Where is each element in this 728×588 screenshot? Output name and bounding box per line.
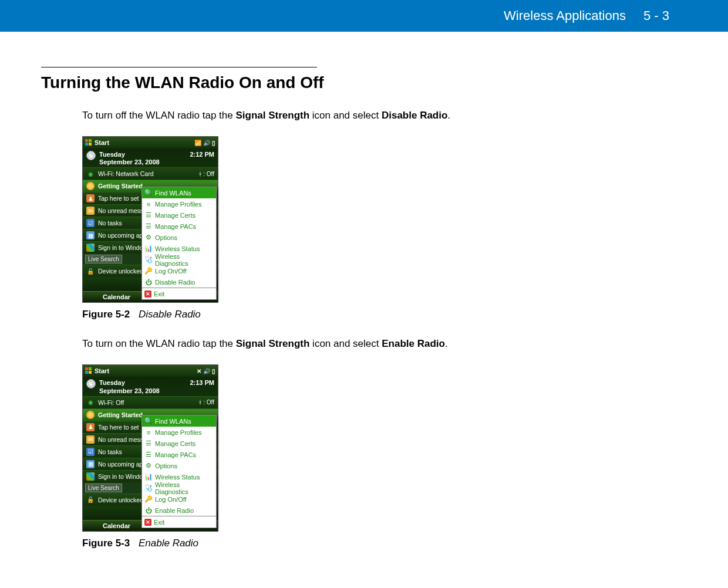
tasks-icon: ☑: [86, 448, 95, 456]
caption-figure-5-2: Figure 5-2 Disable Radio: [82, 309, 687, 320]
menu-manage-certs[interactable]: ☰Manage Certs: [142, 209, 216, 221]
getting-started-icon: [86, 411, 95, 419]
menu-find-wlans[interactable]: 🔍Find WLANs: [142, 415, 216, 427]
menu-manage-pacs[interactable]: ☰Manage PACs: [142, 449, 216, 460]
windows-live-icon: [86, 472, 95, 481]
menu-log-on-off[interactable]: 🔑Log On/Off: [142, 494, 216, 505]
figure-enable-radio-screenshot: Start ✕ 🔊 ▯ 🕑 Tuesday September 23, 2008…: [82, 364, 218, 531]
bluetooth-status: ᚼ : Off: [198, 171, 215, 177]
ppc-title-bar[interactable]: Start 📶 🔊 ▯: [83, 137, 218, 148]
mail-icon: ✉: [86, 435, 95, 444]
battery-icon[interactable]: ▯: [212, 140, 215, 146]
mail-icon: ✉: [86, 207, 95, 215]
wifi-status-row[interactable]: ◉ Wi-Fi: Off ᚼ : Off: [83, 396, 218, 408]
menu-manage-profiles[interactable]: ≡Manage Profiles: [142, 198, 216, 209]
instruction-turn-on: To turn on the WLAN radio tap the Signal…: [82, 338, 687, 350]
menu-enable-radio[interactable]: ⏻Enable Radio: [142, 505, 216, 516]
header-chapter-title: Wireless Applications: [504, 8, 626, 23]
wifi-icon: ◉: [86, 170, 95, 178]
softkey-calendar[interactable]: Calendar: [103, 522, 130, 529]
windows-live-icon: [86, 244, 95, 252]
calendar-icon: ▦: [86, 460, 95, 468]
today-time: 2:13 PM: [190, 379, 214, 386]
windows-flag-icon: [85, 367, 92, 374]
menu-options[interactable]: ⚙Options: [142, 460, 216, 471]
volume-icon[interactable]: 🔊: [203, 140, 210, 146]
clock-icon: 🕑: [86, 151, 96, 160]
wifi-status-row[interactable]: ◉ Wi-Fi: Network Card ᚼ : Off: [83, 167, 218, 180]
menu-manage-profiles[interactable]: ≡Manage Profiles: [142, 427, 216, 438]
menu-wireless-diagnostics[interactable]: 🩺Wireless Diagnostics: [142, 482, 216, 494]
calendar-icon: ▦: [86, 231, 95, 239]
volume-icon[interactable]: 🔊: [203, 368, 210, 374]
clock-icon: 🕑: [86, 379, 96, 388]
today-date: September 23, 2008: [99, 158, 190, 166]
signal-strength-icon[interactable]: 📶: [194, 140, 201, 146]
menu-manage-certs[interactable]: ☰Manage Certs: [142, 438, 216, 449]
signal-strength-icon[interactable]: ✕: [197, 368, 201, 374]
owner-icon: ♟: [86, 194, 95, 202]
menu-exit[interactable]: ✕Exit: [142, 516, 216, 528]
today-time: 2:12 PM: [190, 151, 214, 158]
header-page-number: 5 - 3: [643, 8, 669, 23]
ppc-today-row[interactable]: 🕑 Tuesday September 23, 2008 2:13 PM: [83, 377, 218, 396]
start-label: Start: [95, 367, 109, 374]
unlock-icon: 🔓: [86, 267, 95, 275]
ppc-today-row[interactable]: 🕑 Tuesday September 23, 2008 2:12 PM: [83, 148, 218, 167]
getting-started-icon: [86, 182, 95, 190]
page-header: Wireless Applications 5 - 3: [0, 0, 728, 32]
tasks-icon: ☑: [86, 219, 95, 227]
battery-icon[interactable]: ▯: [212, 368, 215, 374]
owner-icon: ♟: [86, 423, 95, 431]
ppc-title-bar[interactable]: Start ✕ 🔊 ▯: [83, 365, 218, 377]
instruction-turn-off: To turn off the WLAN radio tap the Signa…: [82, 110, 687, 121]
menu-log-on-off[interactable]: 🔑Log On/Off: [142, 265, 216, 276]
heading-rule: [41, 67, 317, 67]
caption-figure-5-3: Figure 5-3 Enable Radio: [82, 538, 687, 549]
menu-wireless-diagnostics[interactable]: 🩺Wireless Diagnostics: [142, 254, 216, 265]
wireless-context-menu: 🔍Find WLANs ≡Manage Profiles ☰Manage Cer…: [141, 187, 217, 300]
unlock-icon: 🔓: [86, 496, 95, 504]
title-bar-tray: 📶 🔊 ▯: [194, 140, 215, 146]
today-date: September 23, 2008: [99, 387, 190, 395]
menu-disable-radio[interactable]: ⏻Disable Radio: [142, 276, 216, 288]
section-heading: Turning the WLAN Radio On and Off: [41, 73, 687, 92]
wifi-icon: ◉: [86, 398, 95, 407]
figure-disable-radio-screenshot: Start 📶 🔊 ▯ 🕑 Tuesday September 23, 2008…: [82, 136, 218, 303]
menu-manage-pacs[interactable]: ☰Manage PACs: [142, 221, 216, 232]
bluetooth-status: ᚼ : Off: [198, 399, 215, 405]
softkey-calendar[interactable]: Calendar: [103, 293, 130, 300]
today-weekday: Tuesday: [99, 151, 190, 158]
windows-flag-icon: [85, 139, 92, 146]
title-bar-tray: ✕ 🔊 ▯: [197, 368, 215, 374]
wireless-context-menu: 🔍Find WLANs ≡Manage Profiles ☰Manage Cer…: [141, 415, 217, 528]
menu-exit[interactable]: ✕Exit: [142, 288, 216, 299]
start-label: Start: [95, 139, 109, 146]
menu-find-wlans[interactable]: 🔍Find WLANs: [142, 187, 216, 198]
today-weekday: Tuesday: [99, 379, 190, 387]
menu-options[interactable]: ⚙Options: [142, 232, 216, 243]
